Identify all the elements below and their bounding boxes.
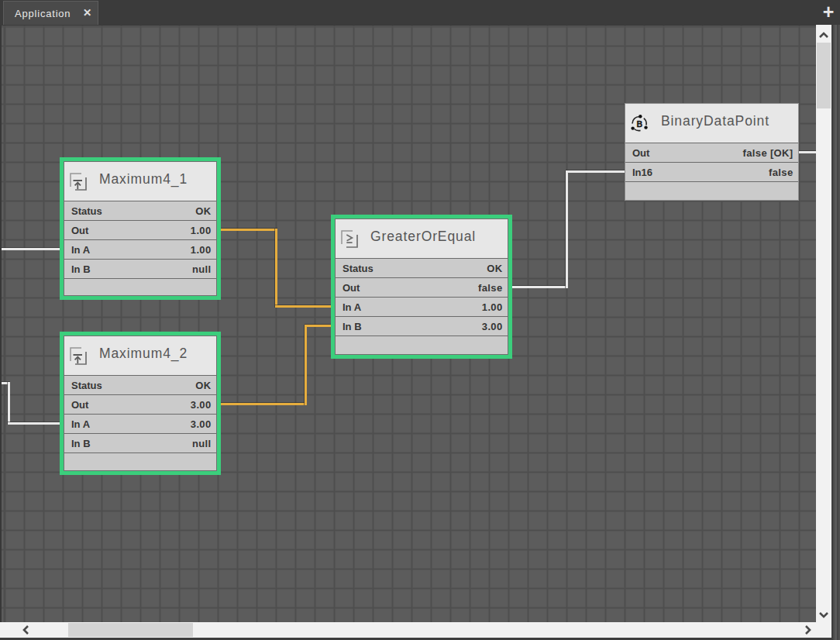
svg-text:B: B bbox=[637, 119, 643, 128]
